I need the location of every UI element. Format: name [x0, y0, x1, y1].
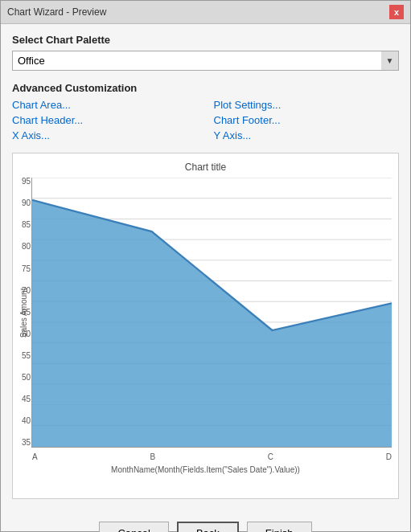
y-tick-35: 35 [6, 439, 31, 447]
x-label-a: A [32, 452, 38, 461]
y-tick-60: 60 [6, 330, 31, 338]
chart-area: Sales Amount 35 40 45 50 55 60 65 70 75 … [19, 178, 392, 448]
advanced-section-label: Advanced Customization [12, 82, 399, 94]
y-tick-90: 90 [6, 199, 31, 207]
chart-wizard-window: Chart Wizard - Preview x Select Chart Pa… [0, 0, 411, 532]
chart-inner: 35 40 45 50 55 60 65 70 75 80 85 90 95 [31, 178, 392, 448]
back-button[interactable]: Back [177, 522, 239, 532]
y-axis-link[interactable]: Y Axis... [214, 129, 400, 141]
y-tick-70: 70 [6, 287, 31, 295]
chart-title: Chart title [185, 162, 226, 173]
palette-dropdown[interactable]: Office Modern Classic Pastel Earth [12, 51, 399, 71]
y-ticks: 35 40 45 50 55 60 65 70 75 80 85 90 95 [6, 178, 31, 447]
chart-area-link[interactable]: Chart Area... [12, 99, 198, 111]
x-axis-link[interactable]: X Axis... [12, 129, 198, 141]
palette-dropdown-container: Office Modern Classic Pastel Earth ▼ [12, 51, 399, 71]
window-title: Chart Wizard - Preview [7, 6, 106, 18]
footer-buttons: Cancel Back Finish [1, 517, 410, 532]
y-tick-45: 45 [6, 395, 31, 403]
palette-section-label: Select Chart Palette [12, 34, 399, 46]
main-content: Select Chart Palette Office Modern Class… [1, 24, 410, 517]
y-tick-75: 75 [6, 265, 31, 273]
x-labels: A B C D [32, 452, 392, 461]
finish-button[interactable]: Finish [247, 522, 312, 532]
chart-svg [32, 178, 392, 447]
y-tick-65: 65 [6, 309, 31, 317]
area-fill [32, 200, 392, 447]
chart-header-link[interactable]: Chart Header... [12, 114, 198, 126]
title-bar: Chart Wizard - Preview x [1, 1, 410, 24]
x-label-c: C [268, 452, 273, 461]
plot-settings-link[interactable]: Plot Settings... [214, 99, 400, 111]
x-label-d: D [386, 452, 392, 461]
y-tick-95: 95 [6, 178, 31, 186]
links-grid: Chart Area... Plot Settings... Chart Hea… [12, 99, 399, 141]
chart-footer-link[interactable]: Chart Footer... [214, 114, 400, 126]
x-label-b: B [150, 452, 155, 461]
y-tick-50: 50 [6, 374, 31, 382]
chart-preview: Chart title Sales Amount 35 40 45 50 55 … [12, 153, 399, 499]
x-axis-label: MonthName(Month(Fields.Item("Sales Date"… [111, 465, 300, 474]
close-button[interactable]: x [389, 5, 404, 19]
y-tick-40: 40 [6, 417, 31, 425]
cancel-button[interactable]: Cancel [99, 522, 168, 532]
y-tick-80: 80 [6, 243, 31, 251]
y-tick-55: 55 [6, 352, 31, 360]
y-tick-85: 85 [6, 221, 31, 229]
